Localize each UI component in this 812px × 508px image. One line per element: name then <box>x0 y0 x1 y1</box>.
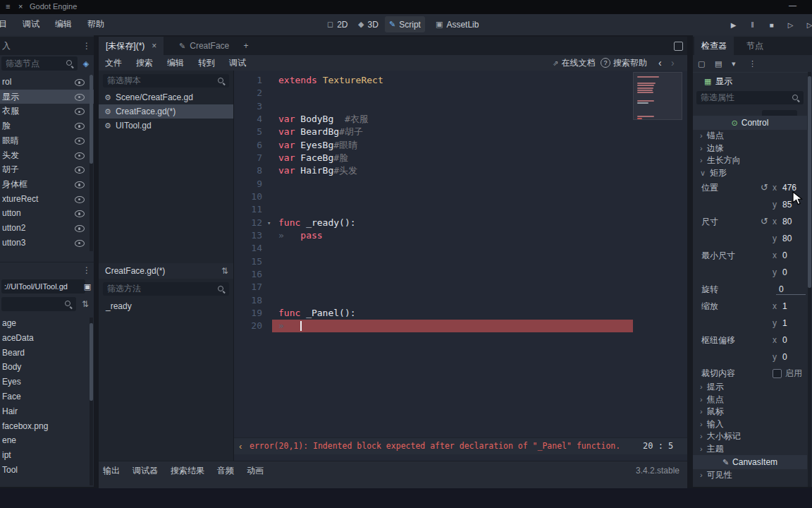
property-group[interactable]: ›可见性 <box>693 469 807 482</box>
inspector-section[interactable]: ✎CanvasItem <box>693 455 807 469</box>
visibility-toggle-icon[interactable] <box>75 225 85 232</box>
scene-node-row[interactable]: xtureRect <box>0 192 94 206</box>
bottom-panel-tab[interactable]: 调试器 <box>133 465 158 477</box>
minimap-viewport[interactable] <box>633 72 682 120</box>
history-forward-icon[interactable]: › <box>671 55 675 71</box>
scene-node-row[interactable]: 脸 <box>0 119 94 133</box>
code-line[interactable] <box>272 178 633 190</box>
workspace-tab-2d[interactable]: ◻2D <box>323 16 352 32</box>
code-line[interactable]: extends TextureRect <box>272 74 633 87</box>
inspector-section[interactable]: ⊙Control <box>693 116 807 130</box>
property-group[interactable]: ›生长方向 <box>693 155 807 167</box>
value-field[interactable]: 0 <box>779 281 784 298</box>
script-menu-item[interactable]: 编辑 <box>164 57 187 69</box>
file-row[interactable]: aceData <box>0 331 94 345</box>
scene-node-row[interactable]: rol <box>0 75 94 89</box>
script-menu-item[interactable]: 调试 <box>226 57 250 69</box>
property-group[interactable]: ›边缘 <box>693 143 807 155</box>
script-list-item[interactable]: ⚙UITool.gd <box>99 119 233 133</box>
scene-node-row[interactable]: 眼睛 <box>0 133 94 147</box>
scene-tab[interactable]: ✎CreatFace <box>172 37 236 55</box>
visibility-toggle-icon[interactable] <box>75 167 85 174</box>
code-line[interactable]: » pass <box>272 229 633 242</box>
fold-arrow-icon[interactable]: ▾ <box>267 217 271 229</box>
online-docs-button[interactable]: ⇗ 在线文档 <box>553 55 595 71</box>
stop-button[interactable]: ■ <box>764 19 778 31</box>
workspace-tab-script[interactable]: ✎Script <box>385 16 425 32</box>
scene-tree-scrollbar[interactable] <box>90 75 93 251</box>
bottom-panel-tab[interactable]: 搜索结果 <box>171 465 204 477</box>
scene-node-row[interactable]: 胡子 <box>0 162 94 176</box>
play-custom-scene-button[interactable]: ▷ <box>802 19 812 31</box>
file-row[interactable]: Beard <box>0 346 94 360</box>
code-line[interactable]: var BodyBg #衣服 <box>272 113 633 126</box>
file-row[interactable]: Tool <box>0 463 94 477</box>
menu-icon[interactable]: ≡ <box>6 2 10 11</box>
property-group[interactable]: ›输入 <box>693 418 807 431</box>
sort-members-icon[interactable]: ⇅ <box>221 263 228 279</box>
filter-methods-input[interactable]: 筛选方法 <box>103 282 229 296</box>
menu-item[interactable]: 调试 <box>18 18 44 30</box>
property-group[interactable]: ∨矩形 <box>693 167 807 180</box>
bottom-panel-tab[interactable]: 动画 <box>247 465 264 477</box>
new-scene-tab-button[interactable]: + <box>240 40 252 52</box>
visibility-toggle-icon[interactable] <box>75 240 85 247</box>
code-line[interactable]: var EyesBg#眼睛 <box>272 139 633 152</box>
save-resource-icon[interactable]: ▾ <box>732 55 736 72</box>
visibility-toggle-icon[interactable] <box>75 108 85 115</box>
filter-scripts-input[interactable]: 筛选脚本 <box>103 74 229 87</box>
code-minimap[interactable] <box>633 71 682 437</box>
code-line[interactable] <box>272 203 633 216</box>
property-group[interactable]: ›焦点 <box>693 394 807 406</box>
property-group[interactable]: ›鼠标 <box>693 406 807 418</box>
file-row[interactable]: facebox.png <box>0 419 94 433</box>
visibility-toggle-icon[interactable] <box>75 79 85 86</box>
menu-item-partial[interactable]: 目 <box>0 18 11 30</box>
property-group[interactable]: ›锚点 <box>693 130 807 143</box>
property-group[interactable]: ›提示 <box>693 381 807 394</box>
visibility-toggle-icon[interactable] <box>75 181 85 188</box>
property-group[interactable]: ›大小标记 <box>693 430 807 443</box>
visibility-toggle-icon[interactable] <box>75 138 85 145</box>
scene-node-row[interactable]: 头发 <box>0 148 94 162</box>
code-line[interactable]: var BeardBg#胡子 <box>272 126 633 138</box>
minimize-button[interactable]: — <box>789 1 796 9</box>
code-line[interactable]: var FaceBg#脸 <box>272 152 633 164</box>
code-line[interactable]: func _Panel(): <box>272 307 633 320</box>
value-y[interactable]: 0 <box>782 264 787 281</box>
code-line[interactable] <box>272 242 633 255</box>
file-row[interactable]: Face <box>0 389 94 404</box>
scene-node-row[interactable]: 显示 <box>0 90 94 104</box>
property-group[interactable]: ›主题 <box>693 443 807 456</box>
file-row[interactable]: ene <box>0 433 94 447</box>
file-row[interactable]: ipt <box>0 448 94 462</box>
workspace-tab-assetlib[interactable]: ▣AssetLib <box>431 16 483 32</box>
visibility-toggle-icon[interactable] <box>75 123 85 130</box>
menu-item[interactable]: 编辑 <box>51 18 76 30</box>
menu-item[interactable]: 帮助 <box>83 18 109 30</box>
file-row[interactable]: Eyes <box>0 375 94 389</box>
script-menu-item[interactable]: 转到 <box>195 57 219 69</box>
dock-menu-icon[interactable]: ⋮ <box>82 262 91 279</box>
script-menu-item[interactable]: 搜索 <box>133 57 156 69</box>
history-back-icon[interactable]: ‹ <box>658 55 662 71</box>
bottom-panel-tab[interactable]: 音频 <box>217 465 234 477</box>
scene-tab[interactable]: [未保存](*)× <box>99 37 164 55</box>
scene-node-row[interactable]: 衣服 <box>0 104 94 118</box>
filter-options-icon[interactable]: ◈ <box>80 57 92 70</box>
close-tab-icon[interactable]: × <box>152 37 156 55</box>
visibility-toggle-icon[interactable] <box>75 94 85 101</box>
value-x[interactable]: 80 <box>782 213 792 230</box>
filesystem-filter-input[interactable] <box>1 297 76 311</box>
distraction-free-icon[interactable] <box>674 42 683 51</box>
dock-tab-inspector[interactable]: 检查器 <box>694 37 734 55</box>
value-x[interactable]: 0 <box>782 247 787 264</box>
scrollbar-handle[interactable] <box>90 75 93 164</box>
pause-button[interactable]: ‖ <box>745 19 759 31</box>
method-list-item[interactable]: _ready <box>99 299 233 313</box>
revert-icon[interactable]: ↺ <box>761 213 768 230</box>
scene-node-row[interactable]: utton <box>0 206 94 220</box>
toggle-split-mode-icon[interactable]: ▣ <box>82 280 93 293</box>
code-line[interactable] <box>272 281 633 294</box>
new-resource-icon[interactable]: ▢ <box>698 55 705 72</box>
